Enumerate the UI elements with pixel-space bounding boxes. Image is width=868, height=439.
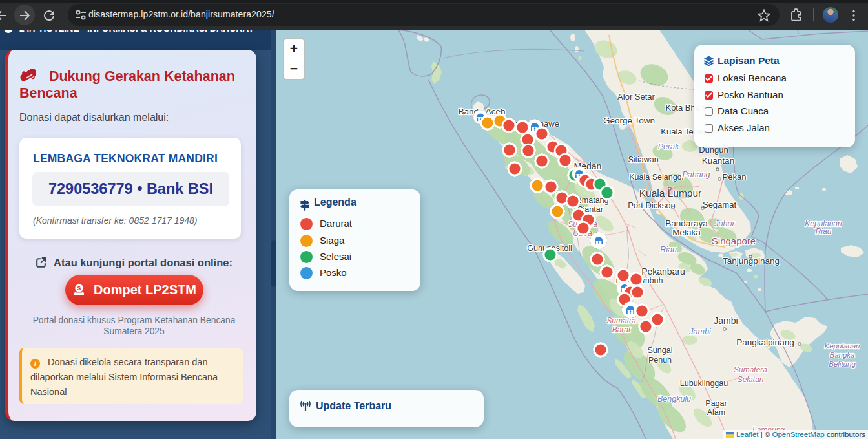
svg-text:George Town: George Town [603, 116, 655, 125]
svg-text:Barat: Barat [612, 325, 631, 334]
svg-text:Bengkulu: Bengkulu [657, 394, 691, 403]
svg-text:Selatan: Selatan [738, 375, 764, 384]
svg-text:Johor: Johor [714, 219, 735, 228]
svg-text:Bangka: Bangka [829, 351, 854, 359]
svg-text:Sumatera: Sumatera [734, 365, 767, 374]
svg-text:Singapore: Singapore [712, 235, 756, 246]
svg-text:$: $ [78, 284, 81, 292]
svg-text:Melaka: Melaka [672, 228, 701, 237]
svg-text:Lubuklinggau: Lubuklinggau [680, 379, 728, 388]
svg-text:Kepulauan: Kepulauan [825, 342, 860, 350]
svg-text:Sungai: Sungai [648, 346, 673, 355]
svg-text:Pekan: Pekan [723, 172, 747, 182]
svg-text:Bandaraya: Bandaraya [665, 219, 708, 228]
svg-text:Kuala Selangor: Kuala Selangor [629, 173, 684, 182]
svg-text:Pangkalpinang: Pangkalpinang [736, 337, 794, 347]
svg-text:Riau: Riau [816, 227, 832, 236]
svg-text:Port Dickson: Port Dickson [628, 200, 676, 210]
svg-text:Jambi: Jambi [714, 316, 738, 326]
svg-text:Segamat: Segamat [703, 200, 736, 209]
svg-text:Alor Setar: Alor Setar [617, 92, 655, 102]
svg-text:Jambi: Jambi [688, 327, 712, 336]
svg-text:Pagar: Pagar [705, 399, 727, 408]
svg-text:Pahang: Pahang [682, 170, 710, 179]
svg-text:Perak: Perak [658, 142, 679, 151]
svg-text:Penuh: Penuh [648, 356, 672, 365]
svg-text:Belitung: Belitung [829, 360, 856, 368]
svg-text:Sitiawan: Sitiawan [628, 155, 658, 164]
svg-text:Riau: Riau [660, 245, 677, 254]
svg-text:Pekanbaru: Pekanbaru [641, 266, 685, 277]
svg-text:Alam: Alam [707, 408, 725, 417]
svg-text:Kuantan: Kuantan [702, 156, 734, 166]
